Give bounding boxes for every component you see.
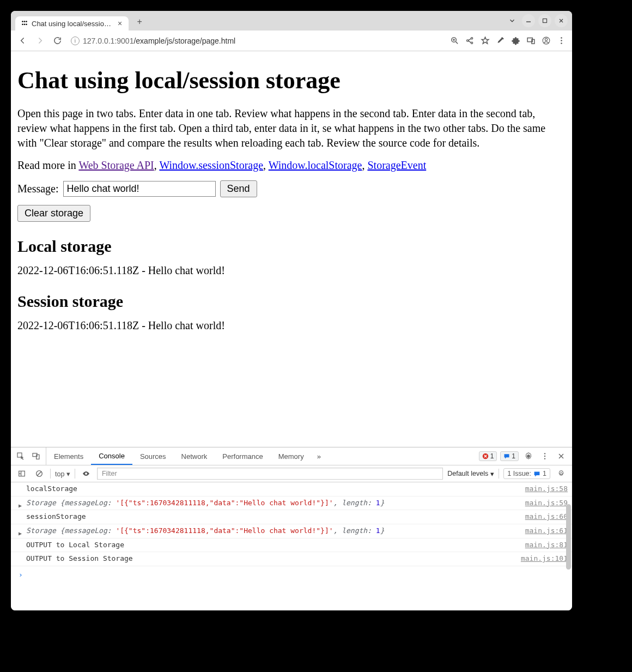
devtools-tabbar: Elements Console Sources Network Perform… — [11, 447, 572, 465]
expand-triangle-icon[interactable]: ▶ — [19, 500, 22, 511]
new-tab-button[interactable]: + — [133, 15, 146, 28]
forward-icon[interactable] — [32, 33, 48, 49]
window-controls — [506, 14, 568, 27]
url-text: 127.0.0.1:9001/example/js/storage/page.h… — [83, 37, 235, 45]
share-icon[interactable] — [462, 33, 477, 49]
device-toggle-icon[interactable] — [29, 450, 42, 463]
browser-toolbar: 127.0.0.1:9001/example/js/storage/page.h… — [11, 31, 572, 51]
devtools-settings-icon[interactable] — [522, 450, 535, 463]
menu-icon[interactable] — [554, 33, 569, 49]
console-row[interactable]: ▶Storage {messageLog: '[{"ts":1670342811… — [11, 524, 572, 538]
source-link[interactable]: main.js:101 — [514, 552, 568, 566]
devtools-menu-icon[interactable] — [538, 450, 551, 463]
svg-point-1 — [24, 21, 26, 22]
expand-triangle-icon[interactable]: ▶ — [19, 528, 22, 538]
local-storage-heading: Local storage — [17, 237, 566, 256]
clear-console-icon[interactable] — [33, 467, 46, 480]
svg-point-2 — [26, 21, 27, 22]
close-tab-icon[interactable]: × — [117, 19, 123, 28]
devtools-more-tabs-icon[interactable]: » — [312, 447, 326, 465]
devices-icon[interactable] — [523, 33, 538, 49]
message-count-badge[interactable]: 1 — [500, 451, 519, 461]
console-row[interactable]: ▶Storage {messageLog: '[{"ts":1670342811… — [11, 497, 572, 511]
address-bar[interactable]: 127.0.0.1:9001/example/js/storage/page.h… — [66, 37, 446, 45]
console-output[interactable]: localStoragemain.js:58▶Storage {messageL… — [11, 482, 572, 610]
tabs-dropdown-icon[interactable] — [506, 14, 519, 27]
message-label: Message: — [17, 183, 59, 195]
minimize-icon[interactable] — [522, 14, 535, 27]
devtools-tab-network[interactable]: Network — [174, 447, 215, 465]
back-icon[interactable] — [14, 33, 31, 49]
log-levels-selector[interactable]: Default levels ▾ — [447, 470, 494, 478]
devtools-close-icon[interactable] — [555, 450, 568, 463]
svg-point-25 — [561, 43, 562, 44]
error-count-badge[interactable]: 1 — [479, 451, 497, 461]
link-storage-event[interactable]: StorageEvent — [367, 159, 426, 171]
source-link[interactable]: main.js:61 — [519, 524, 568, 538]
send-button[interactable]: Send — [220, 180, 257, 197]
svg-point-31 — [544, 453, 545, 454]
page-content: Chat using local/session storage Open th… — [11, 51, 572, 447]
console-row[interactable]: OUTPUT to Local Storagemain.js:81 — [11, 538, 572, 553]
intro-paragraph: Open this page in two tabs. Enter data i… — [17, 106, 566, 150]
svg-point-23 — [561, 37, 562, 39]
message-input[interactable] — [63, 181, 216, 197]
svg-rect-7 — [543, 19, 547, 23]
reload-icon[interactable] — [49, 33, 65, 49]
zoom-icon[interactable] — [447, 33, 462, 49]
console-prompt-icon[interactable]: › — [11, 566, 572, 584]
console-row[interactable]: OUTPUT to Session Storagemain.js:101 — [11, 552, 572, 566]
devtools-tab-console[interactable]: Console — [91, 447, 132, 465]
devtools-tab-sources[interactable]: Sources — [132, 447, 174, 465]
source-link[interactable]: main.js:58 — [519, 482, 568, 496]
link-session-storage[interactable]: Window.sessionStorage — [159, 159, 263, 171]
console-sidebar-icon[interactable] — [15, 467, 28, 480]
source-link[interactable]: main.js:81 — [519, 538, 568, 552]
tab-strip: Chat using local/session s × + — [11, 11, 572, 31]
svg-line-11 — [455, 42, 458, 44]
read-more-paragraph: Read more in Web Storage API, Window.ses… — [17, 158, 566, 173]
svg-line-18 — [468, 41, 471, 43]
svg-point-5 — [26, 23, 27, 25]
eyedropper-icon[interactable] — [493, 33, 508, 49]
svg-point-3 — [22, 23, 23, 25]
devtools-tab-memory[interactable]: Memory — [271, 447, 312, 465]
session-storage-heading: Session storage — [17, 292, 566, 311]
svg-line-17 — [468, 39, 471, 40]
source-link[interactable]: main.js:59 — [519, 497, 568, 510]
console-row[interactable]: localStoragemain.js:58 — [11, 482, 572, 497]
bookmark-icon[interactable] — [477, 33, 493, 49]
clear-storage-button[interactable]: Clear storage — [17, 205, 90, 222]
svg-point-33 — [544, 458, 545, 459]
console-filter-input[interactable]: Filter — [97, 468, 443, 480]
svg-point-30 — [527, 455, 530, 457]
browser-window: Chat using local/session s × + — [11, 11, 572, 610]
scrollbar-thumb[interactable] — [566, 504, 571, 570]
live-expression-icon[interactable] — [80, 467, 93, 480]
favicon-icon — [21, 20, 28, 27]
context-selector[interactable]: top ▾ — [55, 470, 70, 478]
svg-point-40 — [560, 473, 562, 475]
devtools-tab-performance[interactable]: Performance — [215, 447, 270, 465]
read-more-prefix: Read more in — [17, 159, 78, 171]
profile-icon[interactable] — [538, 33, 554, 49]
svg-point-22 — [545, 38, 547, 40]
maximize-icon[interactable] — [538, 14, 551, 27]
inspect-element-icon[interactable] — [14, 450, 27, 463]
close-window-icon[interactable] — [555, 14, 568, 27]
issues-badge[interactable]: 1 Issue: 1 — [503, 468, 550, 479]
svg-point-0 — [22, 21, 23, 22]
source-link[interactable]: main.js:60 — [519, 510, 568, 524]
svg-line-39 — [37, 471, 41, 476]
devtools-panel: Elements Console Sources Network Perform… — [11, 447, 572, 610]
console-settings-icon[interactable] — [555, 467, 568, 480]
svg-point-32 — [544, 456, 545, 457]
browser-tab[interactable]: Chat using local/session s × — [15, 16, 129, 31]
link-local-storage[interactable]: Window.localStorage — [269, 159, 362, 171]
site-info-icon[interactable] — [71, 37, 80, 45]
link-web-storage-api[interactable]: Web Storage API — [78, 159, 154, 171]
extensions-icon[interactable] — [508, 33, 523, 49]
devtools-tab-elements[interactable]: Elements — [46, 447, 91, 465]
console-row[interactable]: sessionStoragemain.js:60 — [11, 510, 572, 524]
svg-point-24 — [561, 40, 562, 41]
